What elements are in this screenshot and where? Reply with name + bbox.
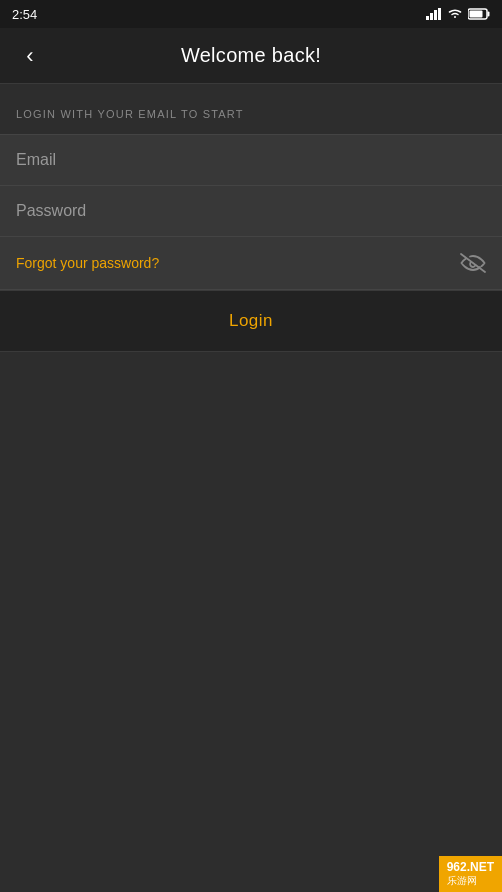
back-button[interactable]: ‹ <box>12 38 48 74</box>
bottom-area <box>0 352 502 852</box>
status-icons <box>426 8 490 20</box>
status-time: 2:54 <box>12 7 37 22</box>
email-row <box>0 135 502 186</box>
page-title: Welcome back! <box>181 44 321 67</box>
watermark-line2: 乐游网 <box>447 874 494 888</box>
forgot-password-row: Forgot your password? <box>0 237 502 289</box>
login-button-label: Login <box>229 311 273 330</box>
back-icon: ‹ <box>26 43 33 69</box>
watermark-line1: 962.NET <box>447 860 494 874</box>
login-button-section: Login <box>0 290 502 352</box>
subtitle-section: LOGIN WITH YOUR EMAIL TO START <box>0 84 502 134</box>
watermark: 962.NET 乐游网 <box>439 856 502 892</box>
form-section: Forgot your password? <box>0 134 502 290</box>
login-button[interactable]: Login <box>0 290 502 352</box>
password-input[interactable] <box>16 202 486 220</box>
battery-icon <box>468 8 490 20</box>
password-row <box>0 186 502 237</box>
svg-rect-3 <box>438 8 441 20</box>
status-bar: 2:54 <box>0 0 502 28</box>
svg-rect-0 <box>426 16 429 20</box>
svg-rect-6 <box>488 12 490 17</box>
svg-rect-1 <box>430 13 433 20</box>
toggle-password-icon[interactable] <box>460 253 486 273</box>
svg-rect-5 <box>470 11 483 18</box>
signal-icon <box>426 8 442 20</box>
subtitle-text: LOGIN WITH YOUR EMAIL TO START <box>16 108 244 120</box>
forgot-password-link[interactable]: Forgot your password? <box>16 255 159 271</box>
svg-rect-2 <box>434 10 437 20</box>
email-input[interactable] <box>16 151 486 169</box>
nav-bar: ‹ Welcome back! <box>0 28 502 84</box>
wifi-icon <box>447 8 463 20</box>
